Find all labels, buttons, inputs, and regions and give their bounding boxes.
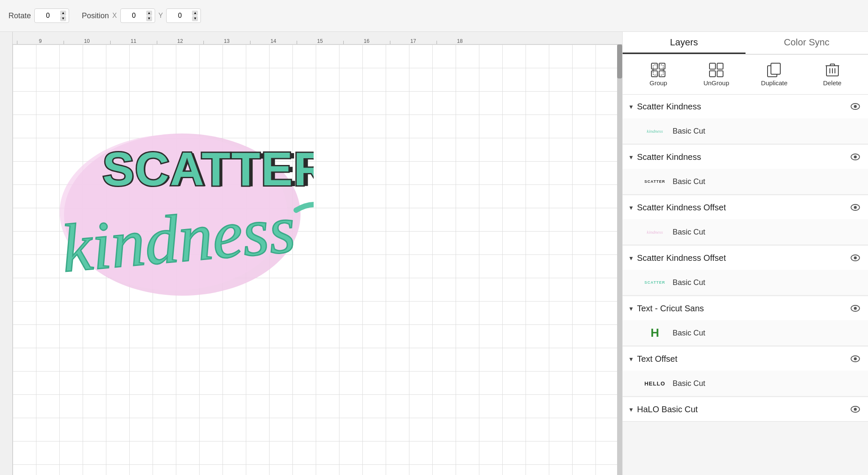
layer-group-1: ▾ Scatter Kindness kindness Basic Cut <box>623 95 868 144</box>
layer-item-6-1[interactable]: HELLO Basic Cut <box>623 371 868 396</box>
canvas-scrollbar-thumb[interactable] <box>617 45 622 78</box>
design-container[interactable]: SCATTER SCATTER SCATTER SCATTER kindness… <box>51 100 314 303</box>
action-icons-row: Group UnGroup Duplicate <box>623 55 868 95</box>
layer-thumb-1-1: kindness <box>643 123 667 140</box>
eye-icon-6 <box>851 355 860 362</box>
layer-item-label-4-1: Basic Cut <box>673 278 705 287</box>
layer-item-2-1[interactable]: SCATTER Basic Cut <box>623 169 868 194</box>
eye-icon-2 <box>851 154 860 160</box>
layer-group-4: ▾ Scatter Kindness Offset SCATTER Basic … <box>623 246 868 296</box>
x-down-btn[interactable]: ▼ <box>146 16 152 21</box>
tab-layers[interactable]: Layers <box>623 32 746 54</box>
design-svg: SCATTER SCATTER SCATTER SCATTER kindness… <box>51 100 314 303</box>
visibility-icon-6[interactable] <box>849 353 861 365</box>
y-down-btn[interactable]: ▼ <box>192 16 198 21</box>
layer-group-header-1[interactable]: ▾ Scatter Kindness <box>623 95 868 118</box>
eye-icon-3 <box>851 204 860 211</box>
delete-button[interactable]: Delete <box>803 59 861 90</box>
canvas-area[interactable]: 9 10 11 12 13 14 15 16 17 18 <box>0 32 622 475</box>
layer-item-label-6-1: Basic Cut <box>673 379 705 388</box>
right-panel: Layers Color Sync Group <box>622 32 868 475</box>
layer-group-5: ▾ Text - Cricut Sans H Basic Cut <box>623 296 868 346</box>
canvas-scrollbar[interactable] <box>617 45 622 475</box>
visibility-icon-7[interactable] <box>849 403 861 415</box>
layer-thumb-3-1: kindness <box>643 224 667 240</box>
panel-tabs: Layers Color Sync <box>623 32 868 55</box>
duplicate-label: Duplicate <box>761 79 788 87</box>
tab-color-sync[interactable]: Color Sync <box>746 32 868 54</box>
visibility-icon-4[interactable] <box>849 252 861 264</box>
svg-point-40 <box>854 408 857 411</box>
eye-icon-4 <box>851 254 860 261</box>
chevron-icon-4: ▾ <box>629 254 633 262</box>
layer-item-5-1[interactable]: H Basic Cut <box>623 320 868 346</box>
chevron-icon-3: ▾ <box>629 204 633 212</box>
svg-point-38 <box>854 358 857 360</box>
layer-item-label-5-1: Basic Cut <box>673 329 705 338</box>
rotate-up-btn[interactable]: ▲ <box>60 11 66 16</box>
ruler-tick-10: 10 <box>64 38 110 44</box>
layer-thumb-2-1: SCATTER <box>643 173 667 190</box>
layer-item-label-2-1: Basic Cut <box>673 177 705 186</box>
layer-thumb-6-1: HELLO <box>643 375 667 392</box>
group-icon <box>651 62 666 78</box>
layer-group-3: ▾ Scatter Kindness Offset kindness Basic… <box>623 196 868 245</box>
chevron-icon-1: ▾ <box>629 103 633 111</box>
visibility-icon-2[interactable] <box>849 151 861 163</box>
layer-group-header-5[interactable]: ▾ Text - Cricut Sans <box>623 296 868 320</box>
position-x-input[interactable] <box>123 12 145 20</box>
duplicate-button[interactable]: Duplicate <box>746 59 804 90</box>
eye-icon-5 <box>851 305 860 312</box>
ruler-tick-9: 9 <box>17 38 64 44</box>
layer-group-header-6[interactable]: ▾ Text Offset <box>623 347 868 371</box>
layer-item-3-1[interactable]: kindness Basic Cut <box>623 219 868 245</box>
ruler-tick-12: 12 <box>157 38 203 44</box>
ruler-tick-17: 17 <box>390 38 437 44</box>
svg-rect-16 <box>717 71 723 77</box>
visibility-icon-1[interactable] <box>849 101 861 112</box>
layer-group-header-3[interactable]: ▾ Scatter Kindness Offset <box>623 196 868 219</box>
group-button[interactable]: Group <box>629 59 687 90</box>
rotate-input-wrap: ▲ ▼ <box>34 8 69 23</box>
ungroup-button[interactable]: UnGroup <box>687 59 746 90</box>
layer-group-name-4: Scatter Kindness Offset <box>637 253 845 263</box>
layer-group-header-2[interactable]: ▾ Scatter Kindness <box>623 145 868 169</box>
layer-group-6: ▾ Text Offset HELLO Basic Cut <box>623 347 868 397</box>
ruler-tick-14: 14 <box>250 38 297 44</box>
layer-group-7: ▾ HaLO Basic Cut <box>623 397 868 422</box>
visibility-icon-3[interactable] <box>849 201 861 213</box>
layer-thumb-4-1: SCATTER <box>643 274 667 291</box>
layers-list[interactable]: ▾ Scatter Kindness kindness Basic Cut <box>623 95 868 475</box>
svg-rect-11 <box>659 71 665 77</box>
x-spinners: ▲ ▼ <box>146 11 152 21</box>
rotate-down-btn[interactable]: ▼ <box>60 16 66 21</box>
svg-rect-14 <box>717 63 723 69</box>
delete-icon <box>825 62 840 78</box>
layer-group-header-4[interactable]: ▾ Scatter Kindness Offset <box>623 246 868 270</box>
rotate-spinners: ▲ ▼ <box>60 11 66 21</box>
ruler-tick-11: 11 <box>110 38 157 44</box>
toolbar: Rotate ▲ ▼ Position X ▲ ▼ Y ▲ ▼ <box>0 0 868 32</box>
layer-item-1-1[interactable]: kindness Basic Cut <box>623 118 868 144</box>
svg-point-32 <box>854 206 857 209</box>
layer-item-4-1[interactable]: SCATTER Basic Cut <box>623 270 868 295</box>
y-spinners: ▲ ▼ <box>192 11 198 21</box>
ruler-tick-13: 13 <box>203 38 250 44</box>
svg-text:SCATTER: SCATTER <box>103 142 314 196</box>
canvas-grid[interactable]: SCATTER SCATTER SCATTER SCATTER kindness… <box>13 45 622 475</box>
position-label: Position <box>82 11 109 20</box>
x-up-btn[interactable]: ▲ <box>146 11 152 16</box>
position-y-input[interactable] <box>169 12 190 20</box>
x-label: X <box>112 12 117 20</box>
ungroup-icon <box>709 62 724 78</box>
y-up-btn[interactable]: ▲ <box>192 11 198 16</box>
rotate-input[interactable] <box>37 12 58 20</box>
visibility-icon-5[interactable] <box>849 302 861 314</box>
svg-rect-8 <box>651 63 657 69</box>
ruler-horizontal: 9 10 11 12 13 14 15 16 17 18 <box>13 32 622 45</box>
chevron-icon-5: ▾ <box>629 305 633 313</box>
eye-icon-7 <box>851 406 860 413</box>
group-label: Group <box>650 79 668 87</box>
layer-group-header-7[interactable]: ▾ HaLO Basic Cut <box>623 397 868 421</box>
svg-rect-10 <box>651 71 657 77</box>
